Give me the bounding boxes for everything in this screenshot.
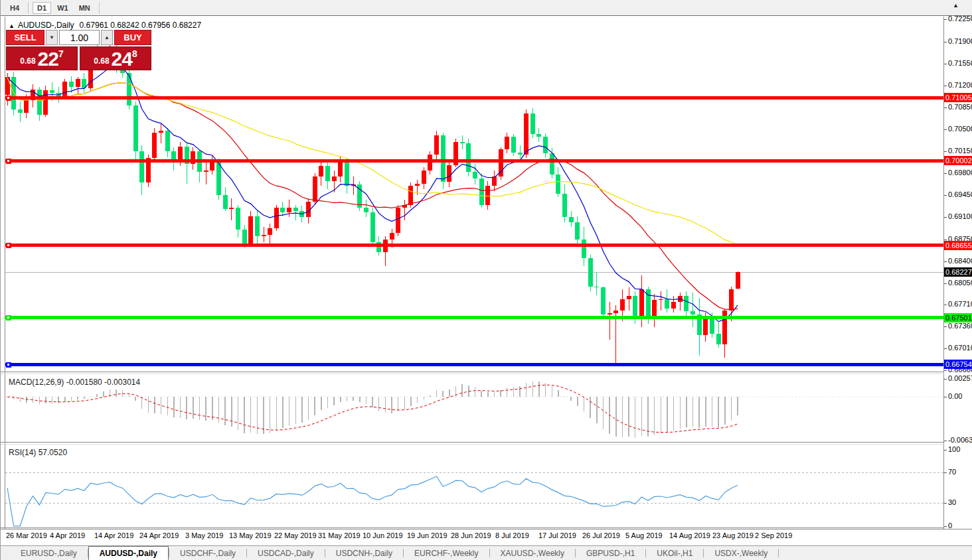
toolbar-separator xyxy=(99,2,100,14)
chart-tab-usdcnh[interactable]: USDCNH-,Daily xyxy=(325,546,403,560)
price-line-label: 0.67501 xyxy=(944,313,972,322)
triangle-up-icon: ▲ xyxy=(104,35,110,40)
panel-splitter[interactable] xyxy=(1,442,972,443)
bid-price-label: 0.68227 xyxy=(944,267,972,277)
chart-ohlc-values: 0.67961 0.68242 0.67956 0.68227 xyxy=(80,21,202,30)
date-tick-label: 28 Jun 2019 xyxy=(451,531,491,539)
price-tick: 0.68050 xyxy=(944,279,972,288)
price-tick: 0.67360 xyxy=(944,322,972,331)
chart-tab-eurusd[interactable]: EURUSD-,Daily xyxy=(10,546,88,560)
price-tick: 0.71550 xyxy=(944,59,972,68)
macd-label: MACD(12,26,9) -0.001580 -0.003014 xyxy=(9,378,140,387)
rsi-axis-tick: 70 xyxy=(944,468,956,477)
macd-axis-tick: 0.00 xyxy=(944,392,962,401)
date-tick-label: 26 Mar 2019 xyxy=(6,531,47,539)
date-tick-label: 17 Jul 2019 xyxy=(538,531,576,539)
date-tick-label: 23 Aug 2019 xyxy=(712,531,754,539)
rsi-axis-tick: 0 xyxy=(944,522,952,531)
chart-title: ▲AUDUSD-,Daily0.67961 0.68242 0.67956 0.… xyxy=(9,21,201,30)
date-tick-label: 4 Apr 2019 xyxy=(50,531,85,539)
rsi-axis-tick: 100 xyxy=(944,445,960,455)
sell-price-tile[interactable]: 0.68227 xyxy=(6,46,78,70)
date-tick-label: 10 Jun 2019 xyxy=(363,531,403,539)
buy-price-big: 24 xyxy=(112,50,132,69)
date-tick-label: 31 May 2019 xyxy=(318,531,361,539)
price-tick: 0.69100 xyxy=(944,212,972,222)
macd-signal-value: -0.003014 xyxy=(104,378,140,387)
price-tick: 0.72250 xyxy=(944,15,972,24)
timeframe-button-h4[interactable]: H4 xyxy=(5,2,24,14)
window-expand-icon[interactable]: ▲ xyxy=(953,2,959,9)
horizontal-line-0.68655[interactable] xyxy=(5,244,943,247)
buy-price-tile[interactable]: 0.68248 xyxy=(80,46,151,70)
price-tick: 0.70500 xyxy=(944,125,972,134)
chart-tab-usdchf[interactable]: USDCHF-,Daily xyxy=(169,546,246,560)
price-tick: 0.69800 xyxy=(944,169,972,178)
macd-indicator-chart[interactable] xyxy=(5,376,943,442)
date-tick-label: 13 May 2019 xyxy=(229,531,272,539)
horizontal-line-0.67501[interactable] xyxy=(5,316,943,319)
chart-tab-audusd[interactable]: AUDUSD-,Daily xyxy=(88,546,169,560)
price-tick: 0.68400 xyxy=(944,257,972,266)
buy-button[interactable]: BUY xyxy=(114,30,151,45)
horizontal-line-0.70002[interactable] xyxy=(5,159,943,163)
chart-tab-usdx[interactable]: USDX-,Weekly xyxy=(704,546,778,560)
timeframe-button-w1[interactable]: W1 xyxy=(52,2,73,14)
panel-splitter[interactable] xyxy=(1,372,972,372)
date-axis[interactable]: 26 Mar 20194 Apr 201914 Apr 201924 Apr 2… xyxy=(1,529,972,545)
volume-decrease-button[interactable]: ▼ xyxy=(46,30,58,45)
volume-input[interactable] xyxy=(59,30,100,45)
sell-price-sup: 7 xyxy=(58,48,64,59)
horizontal-line-0.71005[interactable] xyxy=(5,96,943,100)
line-anchor-marker xyxy=(6,362,11,368)
date-tick-label: 2 Sep 2019 xyxy=(755,531,792,539)
rsi-indicator-chart[interactable] xyxy=(5,446,943,527)
chart-tab-bar: EURUSD-,DailyAUDUSD-,DailyUSDCHF-,DailyU… xyxy=(1,545,972,560)
sell-button[interactable]: SELL xyxy=(6,30,44,45)
triangle-down-icon: ▼ xyxy=(49,35,54,40)
chart-tab-gbpusd[interactable]: GBPUSD-,H1 xyxy=(576,546,645,560)
timeframe-button-d1[interactable]: D1 xyxy=(33,2,51,14)
sell-price-small: 0.68 xyxy=(20,56,35,66)
date-tick-label: 19 Jun 2019 xyxy=(407,531,447,539)
timeframe-button-mn[interactable]: MN xyxy=(74,2,95,14)
chart-tab-eurchf[interactable]: EURCHF-,Weekly xyxy=(404,546,489,560)
price-line-label: 0.71005 xyxy=(944,93,972,102)
buy-price-small: 0.68 xyxy=(94,56,109,66)
chart-tab-ukoil[interactable]: UKOil-,H1 xyxy=(646,546,703,560)
line-anchor-marker xyxy=(6,315,11,320)
date-tick-label: 26 Jul 2019 xyxy=(582,531,620,539)
price-tick: 0.69450 xyxy=(944,190,972,200)
panel-splitter-lite xyxy=(1,444,972,445)
price-axis[interactable]: 0.710050.700020.686550.675010.667540.682… xyxy=(944,17,972,529)
date-tick-label: 8 Jul 2019 xyxy=(495,531,529,539)
chart-tab-usdcad[interactable]: USDCAD-,Daily xyxy=(247,546,325,560)
one-click-trading-panel: SELL ▼ ▲ BUY 0.68227 0.68248 xyxy=(6,30,151,70)
line-anchor-marker xyxy=(6,243,11,248)
terminal-window: H4D1W1MN ▲ ▲AUDUSD-,Daily0.67961 0.68242… xyxy=(0,0,972,560)
date-tick-label: 14 Aug 2019 xyxy=(669,531,710,539)
price-tick: 0.70150 xyxy=(944,147,972,156)
price-tick: 0.67010 xyxy=(944,344,972,353)
horizontal-line-0.66754[interactable] xyxy=(5,363,943,366)
panel-splitter xyxy=(1,527,972,528)
price-line-label: 0.66754 xyxy=(944,360,972,369)
price-tick: 0.71900 xyxy=(944,37,972,46)
line-anchor-marker xyxy=(6,96,11,101)
rsi-axis-tick: 30 xyxy=(944,498,956,508)
tab-separator xyxy=(778,549,779,557)
macd-axis-tick: 0.002574 xyxy=(944,374,972,384)
rsi-value: 57.0520 xyxy=(39,448,67,457)
line-anchor-marker xyxy=(6,159,11,164)
chart-tab-xauusd[interactable]: XAUUSD-,Weekly xyxy=(490,546,575,560)
buy-price-sup: 8 xyxy=(132,48,137,59)
rsi-label: RSI(14) 57.0520 xyxy=(9,448,67,457)
timeframe-toolbar: H4D1W1MN xyxy=(1,0,972,16)
date-tick-label: 24 Apr 2019 xyxy=(139,531,179,539)
collapse-expand-icon[interactable]: ▲ xyxy=(9,23,15,29)
chart-symbol: AUDUSD-,Daily xyxy=(18,21,74,30)
volume-increase-button[interactable]: ▲ xyxy=(101,30,113,45)
price-tick: 0.71200 xyxy=(944,81,972,90)
date-tick-label: 3 May 2019 xyxy=(185,531,223,539)
date-tick-label: 5 Aug 2019 xyxy=(625,531,663,539)
